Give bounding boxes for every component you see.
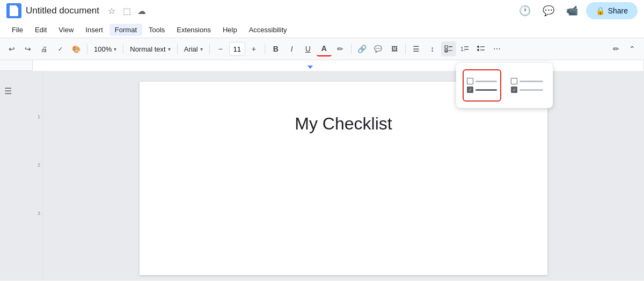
checklist-option-2-inner: ✓ (511, 78, 543, 93)
toolbar-divider-1 (87, 44, 87, 54)
menu-format[interactable]: Format (109, 24, 142, 36)
checkbox-checked-1: ✓ (467, 87, 473, 93)
font-increase-button[interactable]: + (246, 41, 261, 56)
ruler-left-space (0, 60, 32, 70)
svg-point-7 (477, 46, 479, 48)
checkbox-empty-2 (511, 78, 517, 84)
zoom-arrow: ▾ (114, 46, 116, 52)
video-call-icon[interactable]: 📹 (562, 1, 582, 20)
ruler-number-3: 3 (38, 211, 40, 216)
history-icon[interactable]: 🕐 (515, 1, 535, 20)
bold-button[interactable]: B (268, 41, 283, 56)
zoom-value: 100% (94, 45, 112, 53)
align-button[interactable]: ☰ (409, 41, 424, 56)
spellcheck-button[interactable]: ✓ (53, 41, 68, 56)
left-sidebar: ☰ (0, 71, 32, 280)
document-page[interactable]: My Checklist (140, 82, 547, 275)
svg-rect-0 (445, 46, 448, 48)
folder-icon[interactable]: ⬚ (121, 5, 133, 17)
checklist-row-1b: ✓ (467, 87, 497, 93)
line-strikethrough-1 (475, 89, 497, 91)
toolbar-divider-2 (123, 44, 123, 54)
italic-button[interactable]: I (284, 41, 299, 56)
checklist-row-2b: ✓ (511, 87, 543, 93)
line-normal-2b (519, 89, 543, 91)
more-options-button[interactable]: ⋯ (489, 41, 504, 56)
toolbar-divider-4 (209, 44, 210, 54)
underline-button[interactable]: U (301, 41, 316, 56)
vertical-ruler: 1 2 3 (32, 71, 43, 280)
checklist-popup: ✓ ✓ (456, 63, 553, 108)
checklist-option-no-strikethrough[interactable]: ✓ (508, 69, 546, 102)
checklist-option-1-inner: ✓ (467, 78, 497, 93)
chat-icon[interactable]: 💬 (539, 1, 558, 20)
outline-icon[interactable]: ☰ (4, 86, 12, 96)
checklist-option-strikethrough[interactable]: ✓ (463, 69, 501, 102)
google-docs-icon (6, 3, 21, 18)
checkbox-checked-2: ✓ (511, 87, 517, 93)
font-family-dropdown[interactable]: Arial ▾ (181, 41, 206, 56)
checklist-row-2a (511, 78, 543, 84)
menu-tools[interactable]: Tools (143, 24, 170, 36)
menu-insert[interactable]: Insert (80, 24, 108, 36)
header-right: 🕐 💬 📹 🔒 Share (515, 1, 638, 20)
image-button[interactable]: 🖼 (387, 41, 402, 56)
redo-button[interactable]: ↪ (20, 41, 35, 56)
toolbar-divider-6 (351, 44, 352, 54)
title-action-icons: ☆ ⬚ ☁ (106, 5, 148, 17)
undo-button[interactable]: ↩ (4, 41, 19, 56)
text-style-arrow: ▾ (168, 46, 171, 52)
svg-point-9 (477, 49, 479, 51)
menu-bar: File Edit View Insert Format Tools Exten… (0, 21, 644, 38)
text-style-value: Normal text (130, 45, 165, 53)
font-size-area: − + (213, 41, 261, 56)
print-button[interactable]: 🖨 (36, 41, 52, 56)
text-color-button[interactable]: A (317, 41, 332, 56)
share-button[interactable]: 🔒 Share (586, 2, 638, 19)
paint-format-button[interactable]: 🎨 (69, 41, 84, 56)
font-decrease-button[interactable]: − (213, 41, 228, 56)
link-button[interactable]: 🔗 (355, 41, 370, 56)
star-icon[interactable]: ☆ (106, 5, 118, 17)
collapse-toolbar-button[interactable]: ⌃ (625, 41, 640, 56)
checkbox-empty-1 (467, 78, 473, 84)
page-area: My Checklist (43, 71, 644, 280)
menu-accessibility[interactable]: Accessibility (244, 24, 292, 36)
share-lock-icon: 🔒 (596, 6, 605, 15)
bulleted-list-button[interactable] (473, 41, 488, 56)
menu-file[interactable]: File (6, 24, 28, 36)
checklist-row-1a (467, 78, 497, 84)
ruler-tab-marker[interactable] (308, 66, 313, 69)
font-family-value: Arial (184, 45, 198, 53)
ruler-number-1: 1 (38, 114, 40, 119)
ruler-number-2: 2 (38, 162, 40, 168)
line-spacing-button[interactable]: ↕ (425, 41, 440, 56)
line-normal-1 (475, 81, 497, 82)
cloud-status-icon[interactable]: ☁ (136, 5, 148, 17)
share-label: Share (608, 6, 628, 15)
toolbar-divider-5 (265, 44, 265, 54)
font-family-arrow: ▾ (200, 46, 203, 52)
highlight-button[interactable]: ✏ (333, 41, 348, 56)
checklist-button[interactable] (441, 41, 456, 56)
comment-button[interactable]: 💬 (371, 41, 386, 56)
zoom-dropdown[interactable]: 100% ▾ (91, 41, 120, 56)
page-title: My Checklist (182, 114, 504, 134)
text-style-dropdown[interactable]: Normal text ▾ (127, 41, 173, 56)
document-title[interactable]: Untitled document (26, 5, 99, 16)
toolbar-divider-7 (405, 44, 406, 54)
pen-tool-button[interactable]: ✏ (609, 41, 624, 56)
font-size-input[interactable] (229, 42, 245, 56)
menu-help[interactable]: Help (217, 24, 243, 36)
menu-view[interactable]: View (53, 24, 79, 36)
toolbar-divider-3 (177, 44, 178, 54)
line-normal-2a (519, 81, 543, 82)
numbered-list-button[interactable]: 1. (457, 41, 472, 56)
title-bar: Untitled document ☆ ⬚ ☁ 🕐 💬 📹 🔒 Share (0, 0, 644, 21)
toolbar: ↩ ↪ 🖨 ✓ 🎨 100% ▾ Normal text ▾ Arial ▾ −… (0, 38, 644, 60)
menu-edit[interactable]: Edit (30, 24, 52, 36)
menu-extensions[interactable]: Extensions (171, 24, 216, 36)
